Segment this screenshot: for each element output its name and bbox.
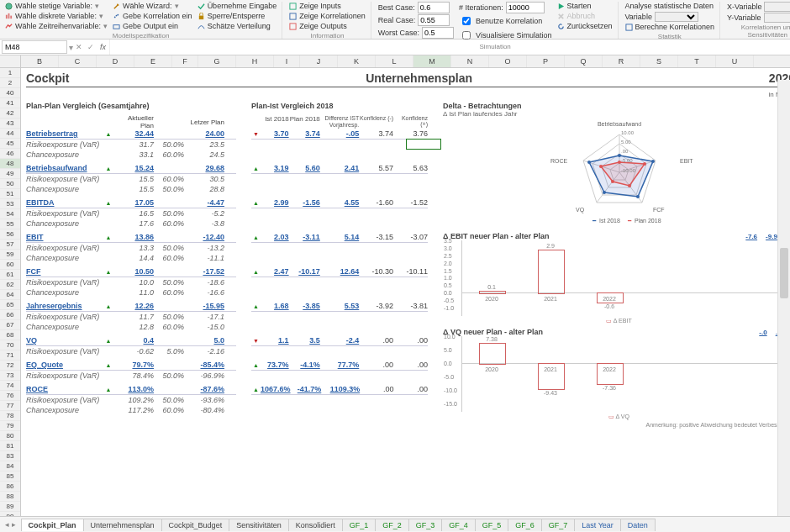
worksheet[interactable]: Cockpit Unternehmensplan 2020 in MCHF Pl…: [21, 68, 790, 516]
worst-case-input[interactable]: [422, 27, 454, 39]
col-header-T[interactable]: T: [678, 55, 716, 67]
select-all-corner[interactable]: [0, 55, 21, 67]
col-header-U[interactable]: U: [716, 55, 754, 67]
best-case-input[interactable]: [418, 2, 450, 13]
col-header-M[interactable]: M: [413, 55, 451, 67]
row-header-42[interactable]: 42: [0, 108, 20, 119]
row-header-41[interactable]: 41: [0, 98, 20, 108]
tab-gf_1[interactable]: GF_1: [342, 519, 377, 531]
name-box[interactable]: [2, 40, 67, 54]
tab-gf_5[interactable]: GF_5: [475, 519, 509, 531]
row-header-45[interactable]: 45: [0, 139, 20, 149]
abbruch-button[interactable]: Abbruch: [557, 12, 613, 21]
row-header-89[interactable]: 89: [0, 502, 20, 512]
col-header-I[interactable]: I: [274, 55, 300, 67]
row-header-76[interactable]: 76: [0, 391, 20, 401]
col-header-O[interactable]: O: [489, 55, 527, 67]
col-header-K[interactable]: K: [338, 55, 376, 67]
tab-konsolidiert[interactable]: Konsolidiert: [288, 519, 343, 531]
row-header-85[interactable]: 85: [0, 471, 20, 482]
row-header-77[interactable]: 77: [0, 401, 20, 411]
enter-icon[interactable]: ✓: [87, 43, 94, 51]
row-header-68[interactable]: 68: [0, 330, 20, 340]
row-header-56[interactable]: 56: [0, 229, 20, 240]
col-header-S[interactable]: S: [640, 55, 678, 67]
row-header-54[interactable]: 54: [0, 209, 20, 219]
row-header-60[interactable]: 60: [0, 260, 20, 270]
wähle-stetige[interactable]: Wähle stetige Variable:▾: [5, 2, 108, 11]
row-header-57[interactable]: 57: [0, 240, 20, 250]
row-header-44[interactable]: 44: [0, 129, 20, 139]
zeige-inputs[interactable]: Zeige Inputs: [289, 2, 366, 11]
row-header-55[interactable]: 55: [0, 219, 20, 229]
row-header-81[interactable]: 81: [0, 441, 20, 451]
tab-gf_7[interactable]: GF_7: [541, 519, 576, 531]
row-header-78[interactable]: 78: [0, 411, 20, 421]
zeige-outputs[interactable]: Zeige Outputs: [289, 22, 366, 31]
row-header-71[interactable]: 71: [0, 350, 20, 361]
gebe-korrelation[interactable]: Gebe Korrelation ein: [113, 12, 192, 21]
schätze-verteilung[interactable]: Schätze Verteilung: [198, 22, 277, 31]
row-header-65[interactable]: 65: [0, 300, 20, 310]
row-header-48[interactable]: 48: [0, 159, 20, 169]
row-header-51[interactable]: 51: [0, 189, 20, 199]
x-var-select[interactable]: [764, 2, 790, 12]
y-var-select[interactable]: [764, 13, 790, 23]
row-header-84[interactable]: 84: [0, 461, 20, 471]
row-header-49[interactable]: 49: [0, 169, 20, 179]
row-header-73[interactable]: 73: [0, 371, 20, 381]
col-header-B[interactable]: B: [21, 55, 59, 67]
scrollbar-vertical[interactable]: [777, 80, 790, 516]
row-header-67[interactable]: 67: [0, 320, 20, 330]
row-header-70[interactable]: 70: [0, 340, 20, 350]
row-header-90[interactable]: 90: [0, 512, 20, 516]
tab-sensitivitäten[interactable]: Sensitivitäten: [229, 519, 289, 531]
übernehme-eingabe[interactable]: Übernehme Eingabe: [198, 2, 277, 11]
col-header-Q[interactable]: Q: [565, 55, 603, 67]
row-header-66[interactable]: 66: [0, 310, 20, 320]
col-header-N[interactable]: N: [451, 55, 489, 67]
berechne-korr[interactable]: Berechne Korrelationen: [625, 23, 715, 32]
tab-cockpit_budget[interactable]: Cockpit_Budget: [161, 519, 230, 531]
tab-daten[interactable]: Daten: [620, 519, 656, 531]
tab-cockpit_plan[interactable]: Cockpit_Plan: [21, 519, 84, 531]
tab-nav[interactable]: ◂ ▸: [5, 520, 16, 529]
col-header-J[interactable]: J: [300, 55, 338, 67]
col-header-R[interactable]: R: [603, 55, 640, 67]
row-header-46[interactable]: 46: [0, 149, 20, 159]
row-header-61[interactable]: 61: [0, 270, 20, 280]
tab-gf_2[interactable]: GF_2: [375, 519, 409, 531]
tab-unternehmensplan[interactable]: Unternehmensplan: [83, 519, 162, 531]
col-header-G[interactable]: G: [198, 55, 236, 67]
gebe-output[interactable]: Gebe Output ein: [113, 22, 192, 31]
tab-last year[interactable]: Last Year: [574, 519, 621, 531]
zurücksetzen-button[interactable]: Zurücksetzen: [557, 22, 613, 31]
zeige-korrelationen[interactable]: Zeige Korrelationen: [289, 12, 366, 21]
tab-gf_3[interactable]: GF_3: [408, 519, 443, 531]
row-header-88[interactable]: 88: [0, 492, 20, 502]
starten-button[interactable]: Starten: [557, 2, 613, 11]
real-case-input[interactable]: [418, 14, 450, 26]
row-header-80[interactable]: 80: [0, 431, 20, 441]
korr-check[interactable]: [462, 17, 471, 25]
row-header-43[interactable]: 43: [0, 119, 20, 129]
cancel-icon[interactable]: ✕: [76, 43, 82, 51]
sperre-entsperre[interactable]: Sperre/Entsperre: [198, 12, 277, 21]
row-header-59[interactable]: 59: [0, 250, 20, 260]
row-header-62[interactable]: 62: [0, 280, 20, 290]
row-header-1[interactable]: 1: [0, 68, 20, 78]
row-header-2[interactable]: 2: [0, 78, 20, 88]
row-header-74[interactable]: 74: [0, 381, 20, 391]
iter-input[interactable]: [506, 2, 545, 13]
col-header-L[interactable]: L: [376, 55, 413, 67]
col-header-D[interactable]: D: [97, 55, 134, 67]
analyse-stat[interactable]: Analyse statistische Daten: [625, 2, 715, 11]
row-header-53[interactable]: 53: [0, 199, 20, 209]
row-header-86[interactable]: 86: [0, 482, 20, 492]
active-cell[interactable]: [406, 139, 441, 150]
col-header-P[interactable]: P: [527, 55, 565, 67]
col-header-E[interactable]: E: [134, 55, 172, 67]
tab-gf_6[interactable]: GF_6: [508, 519, 542, 531]
wähle-diskrete[interactable]: Wähle diskrete Variable:▾: [5, 12, 108, 21]
row-header-83[interactable]: 83: [0, 451, 20, 461]
